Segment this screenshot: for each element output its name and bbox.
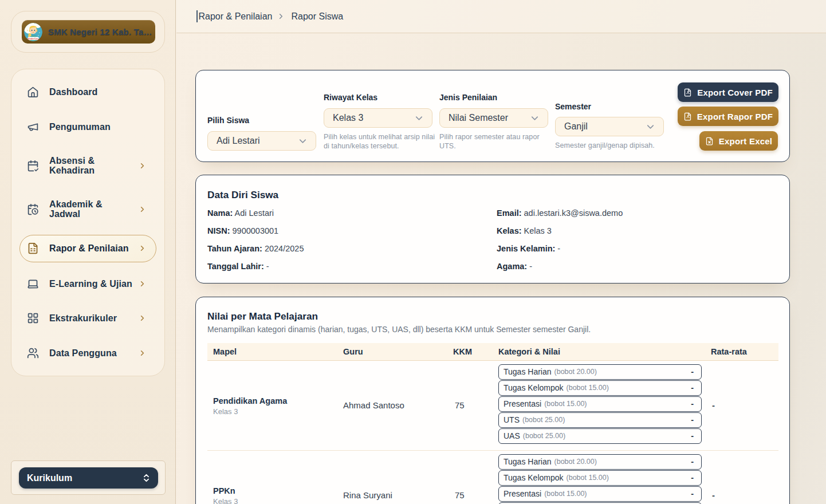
svg-text:KinderCare: KinderCare: [27, 37, 38, 40]
